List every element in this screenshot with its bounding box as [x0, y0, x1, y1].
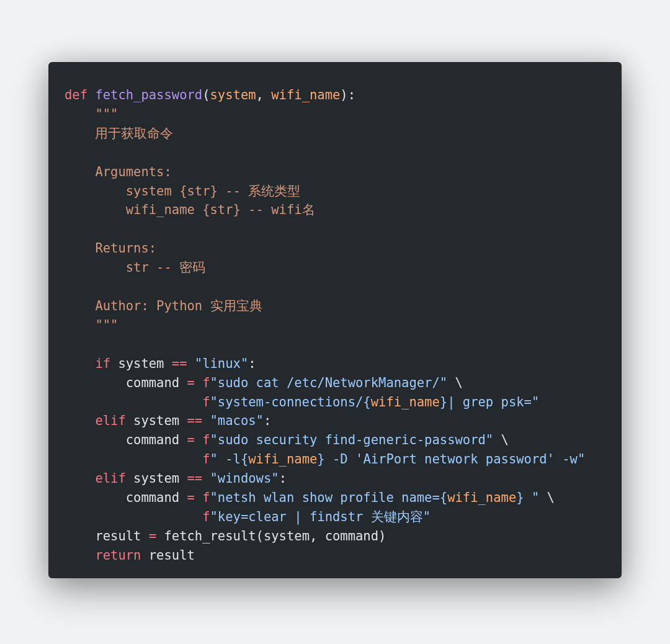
space	[202, 471, 210, 486]
var-system: system	[133, 413, 179, 428]
brace-close: }	[317, 452, 324, 467]
space	[87, 87, 95, 102]
space	[141, 529, 148, 543]
indent	[65, 260, 126, 275]
str-linux: "linux"	[195, 356, 248, 371]
colon: :	[264, 413, 271, 428]
f-prefix: f	[202, 395, 210, 409]
var-command: command	[126, 432, 179, 447]
call-fetch-result: fetch_result(system, command)	[164, 529, 386, 543]
indent	[65, 452, 202, 467]
op-assign: =	[149, 529, 156, 543]
f-prefix: f	[202, 452, 210, 467]
interp-wifi-name: wifi_name	[371, 395, 440, 409]
space	[179, 375, 187, 390]
f-prefix: f	[202, 490, 210, 505]
keyword-elif: elif	[95, 471, 125, 486]
str-part: | grep psk="	[447, 395, 539, 409]
indent	[65, 356, 95, 371]
docstring-line: system {str} -- 系统类型	[126, 184, 300, 199]
f-prefix: f	[202, 509, 210, 524]
code-card: def fetch_password(system, wifi_name): "…	[48, 62, 622, 578]
op-eq: ==	[187, 413, 203, 428]
brace-open: {	[363, 395, 370, 409]
space	[539, 490, 547, 505]
indent	[65, 318, 95, 333]
indent	[65, 413, 95, 428]
comma: ,	[256, 87, 272, 102]
str-part: "sudo cat /etc/NetworkManager/"	[210, 375, 448, 390]
docstring-line: 用于获取命令	[95, 126, 173, 141]
indent	[65, 164, 95, 179]
brace-open: {	[241, 452, 248, 467]
space	[156, 529, 164, 543]
paren-open: (	[202, 87, 210, 102]
keyword-if: if	[95, 356, 110, 371]
docstring-close: """	[95, 318, 118, 333]
f-prefix: f	[202, 432, 210, 447]
keyword-return: return	[95, 548, 141, 563]
f-prefix: f	[202, 375, 210, 390]
indent	[65, 509, 202, 524]
brace-close: }	[440, 395, 447, 409]
indent	[65, 298, 95, 313]
var-system: system	[118, 356, 164, 371]
space	[179, 471, 187, 486]
var-result: result	[95, 529, 141, 543]
op-assign: =	[187, 375, 195, 390]
indent	[65, 490, 126, 505]
indent	[65, 241, 95, 256]
space	[164, 356, 171, 371]
colon: :	[248, 356, 256, 371]
indent	[65, 471, 95, 486]
docstring-line: Returns:	[95, 241, 156, 256]
param-wifi-name: wifi_name	[271, 87, 340, 102]
var-system: system	[133, 471, 179, 486]
space	[195, 375, 202, 390]
op-assign: =	[187, 432, 195, 447]
space	[187, 356, 195, 371]
space	[141, 548, 148, 563]
indent	[65, 529, 95, 543]
indent	[65, 375, 126, 390]
colon: :	[348, 87, 355, 102]
indent	[65, 395, 202, 409]
var-command: command	[126, 490, 179, 505]
colon: :	[279, 471, 287, 486]
str-windows: "windows"	[210, 471, 279, 486]
op-eq: ==	[172, 356, 187, 371]
line-continue: \	[501, 432, 509, 447]
str-part: "key=clear | findstr 关键内容"	[210, 509, 431, 524]
indent	[65, 202, 126, 217]
var-result: result	[149, 548, 195, 563]
str-part: "sudo security find-generic-password"	[210, 432, 494, 447]
line-continue: \	[547, 490, 555, 505]
space	[179, 413, 187, 428]
indent	[65, 126, 95, 141]
docstring-line: Arguments:	[95, 164, 171, 179]
var-command: command	[126, 375, 179, 390]
docstring-line: wifi_name {str} -- wifi名	[126, 202, 315, 217]
space	[126, 413, 133, 428]
indent	[65, 432, 126, 447]
docstring-open: """	[95, 107, 118, 122]
space	[195, 432, 202, 447]
code-block: def fetch_password(system, wifi_name): "…	[65, 86, 605, 565]
space	[195, 490, 202, 505]
indent	[65, 107, 95, 122]
interp-wifi-name: wifi_name	[447, 490, 516, 505]
op-assign: =	[187, 490, 195, 505]
keyword-def: def	[65, 87, 87, 102]
str-part: " -l	[210, 452, 241, 467]
op-eq: ==	[187, 471, 203, 486]
str-part: "netsh wlan show profile name=	[210, 490, 440, 505]
space	[110, 356, 118, 371]
paren-close: )	[340, 87, 347, 102]
docstring-line: str -- 密码	[126, 260, 205, 275]
str-part: -D 'AirPort network password' -w"	[325, 452, 586, 467]
space	[126, 471, 133, 486]
space	[447, 375, 455, 390]
str-part: "	[524, 490, 540, 505]
space	[179, 490, 187, 505]
interp-wifi-name: wifi_name	[248, 452, 317, 467]
